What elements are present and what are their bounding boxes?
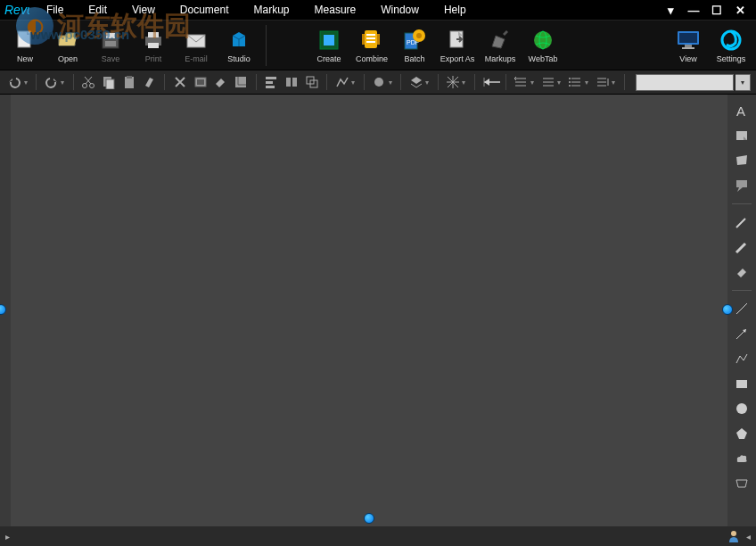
menu-markup[interactable]: Markup xyxy=(242,1,302,19)
font-selector[interactable] xyxy=(636,74,734,91)
rectangle-tool[interactable] xyxy=(732,375,752,393)
svg-rect-31 xyxy=(106,79,114,89)
list4-button[interactable] xyxy=(593,72,612,92)
highlight-tool[interactable] xyxy=(732,238,752,256)
redo-dropdown[interactable]: ▾ xyxy=(61,79,68,87)
studio-button[interactable]: Studio xyxy=(218,22,260,69)
svg-rect-38 xyxy=(266,81,273,84)
delete-button[interactable] xyxy=(170,72,189,92)
list2-button[interactable] xyxy=(538,72,557,92)
svg-rect-33 xyxy=(127,76,132,79)
polygon-tool[interactable] xyxy=(732,425,752,443)
line-tool[interactable] xyxy=(732,300,752,318)
svg-rect-13 xyxy=(377,34,380,45)
menu-file[interactable]: File xyxy=(34,1,76,19)
svg-rect-25 xyxy=(685,45,692,47)
svg-rect-24 xyxy=(679,33,697,43)
right-panel-handle[interactable] xyxy=(722,304,733,315)
paste-button[interactable] xyxy=(120,72,139,92)
polyline-button[interactable] xyxy=(333,72,351,92)
svg-rect-40 xyxy=(286,78,291,87)
open-button[interactable]: Open xyxy=(46,22,89,69)
minimize-button[interactable]: — xyxy=(686,3,701,17)
eraser-tool[interactable] xyxy=(732,263,752,281)
list4-dropdown[interactable]: ▾ xyxy=(612,79,619,87)
callout-tool[interactable] xyxy=(732,177,752,194)
svg-rect-15 xyxy=(366,37,375,39)
text-tool[interactable]: A xyxy=(732,102,752,120)
markups-icon xyxy=(488,28,513,53)
crop-button[interactable] xyxy=(232,72,251,92)
svg-rect-10 xyxy=(324,35,334,46)
polyline-tool[interactable] xyxy=(732,350,752,368)
svg-rect-41 xyxy=(292,78,297,87)
combine-icon xyxy=(359,28,384,53)
list3-button[interactable] xyxy=(566,72,585,92)
view-button[interactable]: View xyxy=(667,22,710,69)
exportas-button[interactable]: Export As xyxy=(436,22,479,69)
left-panel-handle[interactable] xyxy=(0,304,6,315)
font-dropdown[interactable]: ▾ xyxy=(735,74,751,91)
undo-button[interactable] xyxy=(5,72,24,92)
svg-rect-12 xyxy=(362,34,365,45)
menu-measure[interactable]: Measure xyxy=(302,1,369,19)
menu-view[interactable]: View xyxy=(119,1,168,19)
dimension-arrow-button[interactable] xyxy=(481,72,500,92)
email-button[interactable]: E-mail xyxy=(175,22,218,69)
batch-button[interactable]: PDF Batch xyxy=(393,22,436,69)
list1-dropdown[interactable]: ▾ xyxy=(530,79,538,87)
webtab-button[interactable]: WebTab xyxy=(522,22,564,69)
note-tool[interactable] xyxy=(732,127,752,145)
secondary-toolbar: ▾ ▾ ▾ ▾ ▾ ▾ ▾ ▾ ▾ ▾ ▾ xyxy=(0,70,756,95)
status-chevron-right[interactable]: ◂ xyxy=(746,532,751,542)
cloud-button[interactable] xyxy=(370,72,389,92)
svg-point-44 xyxy=(374,78,383,87)
save-button[interactable]: Save xyxy=(89,22,132,69)
grid-dropdown[interactable]: ▾ xyxy=(462,79,469,87)
markups-button[interactable]: Markups xyxy=(479,22,522,69)
align2-button[interactable] xyxy=(283,72,301,92)
left-panel-rail[interactable] xyxy=(0,95,11,526)
pen-tool[interactable] xyxy=(732,213,752,231)
sketch-tool[interactable] xyxy=(732,475,752,492)
menu-help[interactable]: Help xyxy=(431,1,479,19)
group-button[interactable] xyxy=(303,72,322,92)
layers-button[interactable] xyxy=(407,72,425,92)
grid-button[interactable] xyxy=(444,72,463,92)
snapshot-button[interactable] xyxy=(191,72,210,92)
print-button[interactable]: Print xyxy=(132,22,175,69)
format-paint-button[interactable] xyxy=(140,72,159,92)
ellipse-tool[interactable] xyxy=(732,400,752,418)
align-button[interactable] xyxy=(262,72,281,92)
arrow-tool[interactable] xyxy=(732,325,752,343)
menu-document[interactable]: Document xyxy=(168,1,242,19)
create-button[interactable]: Create xyxy=(308,22,350,69)
list1-button[interactable] xyxy=(512,72,530,92)
cloud-tool[interactable] xyxy=(732,450,752,467)
cloud-dropdown[interactable]: ▾ xyxy=(389,79,396,87)
list3-dropdown[interactable]: ▾ xyxy=(585,79,592,87)
document-canvas[interactable] xyxy=(11,95,727,526)
bottom-panel-handle[interactable] xyxy=(364,513,374,524)
pin-button[interactable]: ▾ xyxy=(663,3,678,17)
polyline-dropdown[interactable]: ▾ xyxy=(351,79,358,87)
redo-button[interactable] xyxy=(42,72,61,92)
cut-button[interactable] xyxy=(79,72,98,92)
new-button[interactable]: New xyxy=(4,22,46,69)
undo-dropdown[interactable]: ▾ xyxy=(24,79,31,87)
menu-edit[interactable]: Edit xyxy=(76,1,119,19)
maximize-button[interactable]: ☐ xyxy=(710,3,724,17)
user-icon[interactable] xyxy=(727,529,741,543)
layers-dropdown[interactable]: ▾ xyxy=(425,79,432,87)
menu-window[interactable]: Window xyxy=(368,1,431,19)
stamp-tool[interactable] xyxy=(732,152,752,170)
close-button[interactable]: ✕ xyxy=(733,3,747,17)
eraser-button[interactable] xyxy=(211,72,230,92)
open-icon xyxy=(55,28,80,53)
combine-button[interactable]: Combine xyxy=(350,22,393,69)
settings-button[interactable]: Settings xyxy=(710,22,752,69)
copy-button[interactable] xyxy=(100,72,119,92)
status-chevron-left[interactable]: ▸ xyxy=(5,532,10,542)
monitor-icon xyxy=(676,28,701,53)
list2-dropdown[interactable]: ▾ xyxy=(557,79,564,87)
